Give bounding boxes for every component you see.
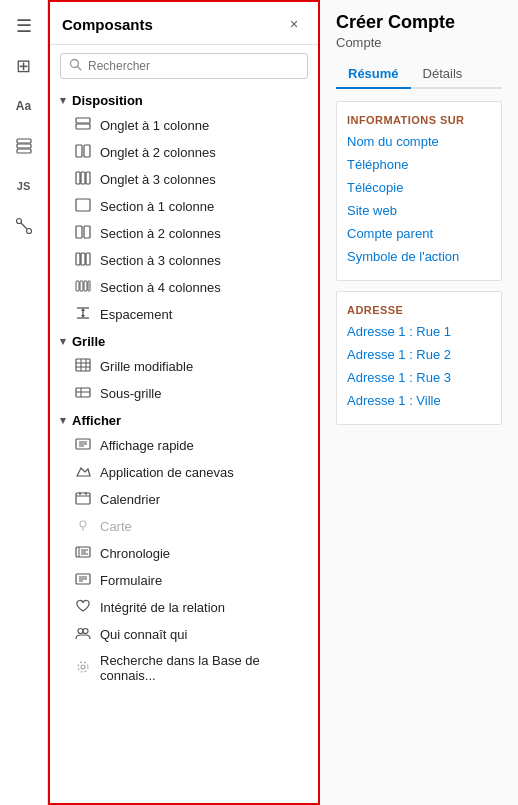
hamburger-icon[interactable]: ☰ bbox=[6, 8, 42, 44]
svg-rect-21 bbox=[76, 281, 79, 291]
field-symbole: Symbole de l'action bbox=[347, 249, 491, 264]
editable-grid-icon bbox=[74, 358, 92, 375]
svg-rect-42 bbox=[76, 493, 90, 504]
field-label-rue3: Adresse 1 : Rue 3 bbox=[347, 370, 451, 385]
field-parent: Compte parent bbox=[347, 226, 491, 241]
list-item[interactable]: Onglet à 3 colonnes bbox=[50, 166, 318, 193]
subgrid-icon bbox=[74, 385, 92, 402]
disposition-arrow: ▾ bbox=[60, 94, 66, 107]
field-telecopie: Télécopie bbox=[347, 180, 491, 195]
svg-rect-0 bbox=[17, 139, 31, 143]
js-icon[interactable]: JS bbox=[6, 168, 42, 204]
list-item[interactable]: Formulaire bbox=[50, 567, 318, 594]
afficher-arrow: ▾ bbox=[60, 414, 66, 427]
search-box[interactable] bbox=[60, 53, 308, 79]
item-label: Onglet à 2 colonnes bbox=[100, 145, 216, 160]
page-subtitle: Compte bbox=[336, 35, 502, 50]
item-label: Application de canevas bbox=[100, 465, 234, 480]
tabs: Résumé Détails bbox=[336, 60, 502, 89]
list-item[interactable]: Application de canevas bbox=[50, 459, 318, 486]
sec2col-icon bbox=[74, 225, 92, 242]
svg-rect-8 bbox=[76, 118, 90, 123]
list-item[interactable]: Chronologie bbox=[50, 540, 318, 567]
section-title-address: ADRESSE bbox=[347, 304, 491, 316]
panel-title: Composants bbox=[62, 16, 153, 33]
tab2col-icon bbox=[74, 144, 92, 161]
list-item[interactable]: Intégrité de la relation bbox=[50, 594, 318, 621]
item-label: Espacement bbox=[100, 307, 172, 322]
who-knows-icon bbox=[74, 626, 92, 643]
item-label: Sous-grille bbox=[100, 386, 161, 401]
list-item[interactable]: Section à 1 colonne bbox=[50, 193, 318, 220]
list-item[interactable]: Onglet à 2 colonnes bbox=[50, 139, 318, 166]
svg-point-46 bbox=[80, 521, 86, 527]
item-label: Section à 2 colonnes bbox=[100, 226, 221, 241]
tab-details[interactable]: Détails bbox=[411, 60, 475, 89]
svg-point-4 bbox=[26, 229, 31, 234]
field-label-site: Site web bbox=[347, 203, 427, 218]
left-navigation: ☰ ⊞ Aa JS bbox=[0, 0, 48, 805]
grid-icon[interactable]: ⊞ bbox=[6, 48, 42, 84]
item-label: Chronologie bbox=[100, 546, 170, 561]
address-section: ADRESSE Adresse 1 : Rue 1 Adresse 1 : Ru… bbox=[336, 291, 502, 425]
item-label: Qui connaît qui bbox=[100, 627, 187, 642]
category-afficher-label: Afficher bbox=[72, 413, 121, 428]
sec1col-icon bbox=[74, 198, 92, 215]
item-label: Intégrité de la relation bbox=[100, 600, 225, 615]
text-icon[interactable]: Aa bbox=[6, 88, 42, 124]
main-area: Composants × ▾ Disposition bbox=[48, 0, 518, 805]
list-item[interactable]: Section à 2 colonnes bbox=[50, 220, 318, 247]
info-section: INFORMATIONS SUR Nom du compte Téléphone… bbox=[336, 101, 502, 281]
field-nom: Nom du compte bbox=[347, 134, 491, 149]
panel-header: Composants × bbox=[50, 2, 318, 45]
search-input[interactable] bbox=[88, 59, 299, 73]
flow-icon[interactable] bbox=[6, 208, 42, 244]
field-label-telecopie: Télécopie bbox=[347, 180, 427, 195]
svg-rect-19 bbox=[81, 253, 85, 265]
list-item[interactable]: Onglet à 1 colonne bbox=[50, 112, 318, 139]
list-item[interactable]: Section à 3 colonnes bbox=[50, 247, 318, 274]
canvas-icon bbox=[74, 464, 92, 481]
list-item[interactable]: Sous-grille bbox=[50, 380, 318, 407]
item-label: Section à 1 colonne bbox=[100, 199, 214, 214]
item-label: Formulaire bbox=[100, 573, 162, 588]
field-label-ville: Adresse 1 : Ville bbox=[347, 393, 441, 408]
field-ville: Adresse 1 : Ville bbox=[347, 393, 491, 408]
tab-resume[interactable]: Résumé bbox=[336, 60, 411, 89]
search-icon bbox=[69, 58, 82, 74]
tab1col-icon bbox=[74, 117, 92, 134]
layers-icon[interactable] bbox=[6, 128, 42, 164]
list-item[interactable]: Qui connaît qui bbox=[50, 621, 318, 648]
svg-rect-2 bbox=[17, 149, 31, 153]
svg-rect-14 bbox=[86, 172, 90, 184]
list-item[interactable]: Espacement bbox=[50, 301, 318, 328]
svg-rect-9 bbox=[76, 124, 90, 129]
list-item[interactable]: Grille modifiable bbox=[50, 353, 318, 380]
svg-rect-24 bbox=[88, 281, 90, 291]
svg-point-59 bbox=[81, 665, 85, 669]
list-item[interactable]: Calendrier bbox=[50, 486, 318, 513]
category-disposition-label: Disposition bbox=[72, 93, 143, 108]
field-rue3: Adresse 1 : Rue 3 bbox=[347, 370, 491, 385]
svg-rect-22 bbox=[80, 281, 83, 291]
item-label: Onglet à 3 colonnes bbox=[100, 172, 216, 187]
list-item: Carte bbox=[50, 513, 318, 540]
category-disposition[interactable]: ▾ Disposition bbox=[50, 87, 318, 112]
list-item[interactable]: Affichage rapide bbox=[50, 432, 318, 459]
section-title-info: INFORMATIONS SUR bbox=[347, 114, 491, 126]
item-label: Carte bbox=[100, 519, 132, 534]
category-grille[interactable]: ▾ Grille bbox=[50, 328, 318, 353]
item-label: Grille modifiable bbox=[100, 359, 193, 374]
svg-rect-12 bbox=[76, 172, 80, 184]
form-icon bbox=[74, 572, 92, 589]
svg-rect-20 bbox=[86, 253, 90, 265]
category-afficher[interactable]: ▾ Afficher bbox=[50, 407, 318, 432]
svg-rect-16 bbox=[76, 226, 82, 238]
field-label-rue2: Adresse 1 : Rue 2 bbox=[347, 347, 451, 362]
field-rue2: Adresse 1 : Rue 2 bbox=[347, 347, 491, 362]
integrity-icon bbox=[74, 599, 92, 616]
close-button[interactable]: × bbox=[282, 12, 306, 36]
svg-rect-30 bbox=[76, 359, 90, 371]
list-item[interactable]: Recherche dans la Base de connais... bbox=[50, 648, 318, 688]
list-item[interactable]: Section à 4 colonnes bbox=[50, 274, 318, 301]
